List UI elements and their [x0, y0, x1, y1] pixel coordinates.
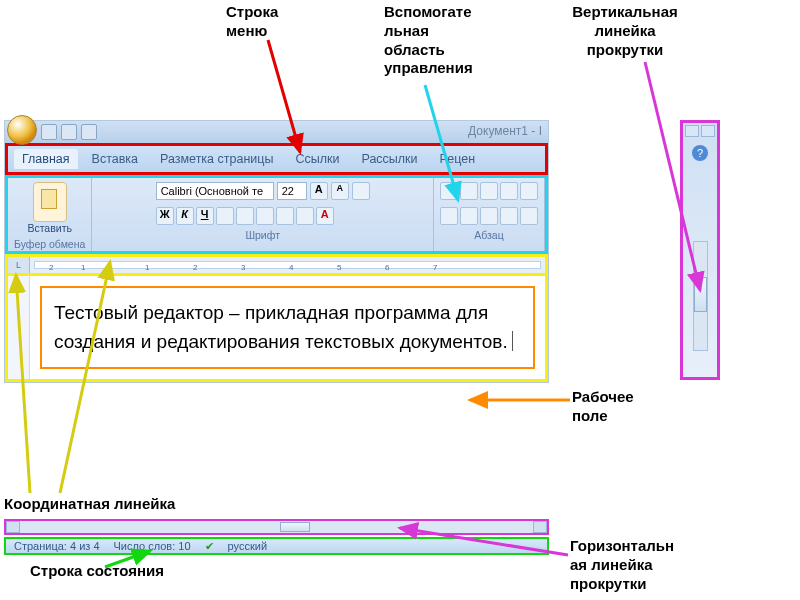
shrink-font-icon[interactable]: A — [331, 182, 349, 200]
h-scroll-right-icon[interactable] — [533, 521, 547, 533]
undo-icon[interactable] — [61, 124, 77, 140]
numbering-icon[interactable] — [460, 182, 478, 200]
superscript-icon[interactable] — [256, 207, 274, 225]
status-language[interactable]: русский — [228, 540, 267, 552]
italic-button[interactable]: К — [176, 207, 194, 225]
indent-dec-icon[interactable] — [500, 182, 518, 200]
horizontal-ruler[interactable]: 2 1 1 2 3 4 5 6 7 — [34, 261, 541, 269]
work-area-highlight: Тестовый редактор – прикладная программа… — [5, 276, 548, 382]
document-text: Тестовый редактор – прикладная программа… — [54, 302, 508, 352]
document-text-highlight: Тестовый редактор – прикладная программа… — [40, 286, 535, 369]
ruler-corner[interactable]: L — [8, 257, 30, 273]
ribbon-tabs: Главная Вставка Разметка страницы Ссылки… — [8, 146, 545, 172]
close-icon[interactable] — [701, 125, 715, 137]
align-left-icon[interactable] — [440, 207, 458, 225]
multilevel-icon[interactable] — [480, 182, 498, 200]
office-button[interactable] — [7, 115, 37, 145]
v-scrollbar-thumb[interactable] — [694, 277, 707, 312]
label-ribbon-area: Вспомогательнаяобластьуправления — [384, 3, 473, 78]
clear-format-icon[interactable] — [352, 182, 370, 200]
align-right-icon[interactable] — [480, 207, 498, 225]
status-words[interactable]: Число слов: 10 — [114, 540, 191, 552]
redo-icon[interactable] — [81, 124, 97, 140]
vertical-ruler[interactable] — [8, 276, 30, 379]
spellcheck-icon[interactable]: ✔ — [205, 540, 214, 553]
grow-font-icon[interactable]: A — [310, 182, 328, 200]
paste-button[interactable]: Вставить — [27, 222, 72, 234]
label-work-area: Рабочееполе — [572, 388, 634, 426]
tab-review[interactable]: Рецен — [432, 149, 484, 169]
title-bar: Документ1 - I — [5, 121, 548, 143]
bullets-icon[interactable] — [440, 182, 458, 200]
tab-home[interactable]: Главная — [14, 149, 78, 169]
tab-references[interactable]: Ссылки — [287, 149, 347, 169]
align-center-icon[interactable] — [460, 207, 478, 225]
label-h-scrollbar: Горизонтальная линейкапрокрутки — [570, 537, 674, 593]
label-menu-row: Строкаменю — [226, 3, 278, 41]
subscript-icon[interactable] — [236, 207, 254, 225]
ruler-tick: 4 — [289, 263, 293, 272]
group-paragraph: Абзац — [434, 178, 545, 251]
status-bar-highlight: Страница: 4 из 4 Число слов: 10 ✔ русски… — [4, 537, 549, 555]
ruler-tick: 2 — [49, 263, 53, 272]
save-icon[interactable] — [41, 124, 57, 140]
indent-inc-icon[interactable] — [520, 182, 538, 200]
group-label-font: Шрифт — [245, 227, 280, 241]
document-area[interactable]: Тестовый редактор – прикладная программа… — [30, 276, 545, 379]
h-scrollbar-thumb[interactable] — [280, 522, 310, 532]
h-scroll-left-icon[interactable] — [6, 521, 20, 533]
status-page[interactable]: Страница: 4 из 4 — [14, 540, 100, 552]
font-size-select[interactable]: 22 — [277, 182, 307, 200]
tab-mailings[interactable]: Рассылки — [353, 149, 425, 169]
ruler-tick: 6 — [385, 263, 389, 272]
group-label-paragraph: Абзац — [474, 227, 503, 241]
menu-row-highlight: Главная Вставка Разметка страницы Ссылки… — [5, 143, 548, 175]
ruler-tick: 1 — [145, 263, 149, 272]
tab-layout[interactable]: Разметка страницы — [152, 149, 281, 169]
ruler-tick: 5 — [337, 263, 341, 272]
line-spacing-icon[interactable] — [520, 207, 538, 225]
group-label-clipboard: Буфер обмена — [14, 236, 85, 250]
group-clipboard: Вставить Буфер обмена — [8, 178, 92, 251]
help-icon[interactable]: ? — [692, 145, 708, 161]
underline-button[interactable]: Ч — [196, 207, 214, 225]
ruler-tick: 7 — [433, 263, 437, 272]
highlight-icon[interactable] — [296, 207, 314, 225]
text-cursor — [512, 331, 513, 351]
font-name-select[interactable]: Calibri (Основной те — [156, 182, 274, 200]
horizontal-scrollbar-highlight[interactable] — [4, 519, 549, 535]
ruler-tick: 1 — [81, 263, 85, 272]
change-case-icon[interactable] — [276, 207, 294, 225]
group-font: Calibri (Основной те 22 A A Ж К Ч A — [92, 178, 434, 251]
ruler-tick: 3 — [241, 263, 245, 272]
document-title: Документ1 - I — [468, 124, 542, 138]
font-color-icon[interactable]: A — [316, 207, 334, 225]
tab-insert[interactable]: Вставка — [84, 149, 146, 169]
minimize-icon[interactable] — [685, 125, 699, 137]
word-window: Документ1 - I Главная Вставка Разметка с… — [4, 120, 549, 383]
strike-icon[interactable] — [216, 207, 234, 225]
v-scrollbar-track[interactable] — [693, 241, 708, 351]
vertical-scrollbar-highlight: ? — [680, 120, 720, 380]
ruler-highlight: L 2 1 1 2 3 4 5 6 7 — [5, 254, 548, 276]
ruler-tick: 2 — [193, 263, 197, 272]
label-v-scrollbar: Вертикальнаялинейкапрокрутки — [560, 3, 690, 59]
label-status-bar: Строка состояния — [30, 562, 164, 581]
bold-button[interactable]: Ж — [156, 207, 174, 225]
label-ruler: Координатная линейка — [4, 495, 175, 514]
quick-access-toolbar — [41, 124, 97, 140]
ribbon-area-highlight: Вставить Буфер обмена Calibri (Основной … — [5, 175, 548, 254]
paste-icon[interactable] — [33, 182, 67, 222]
align-justify-icon[interactable] — [500, 207, 518, 225]
